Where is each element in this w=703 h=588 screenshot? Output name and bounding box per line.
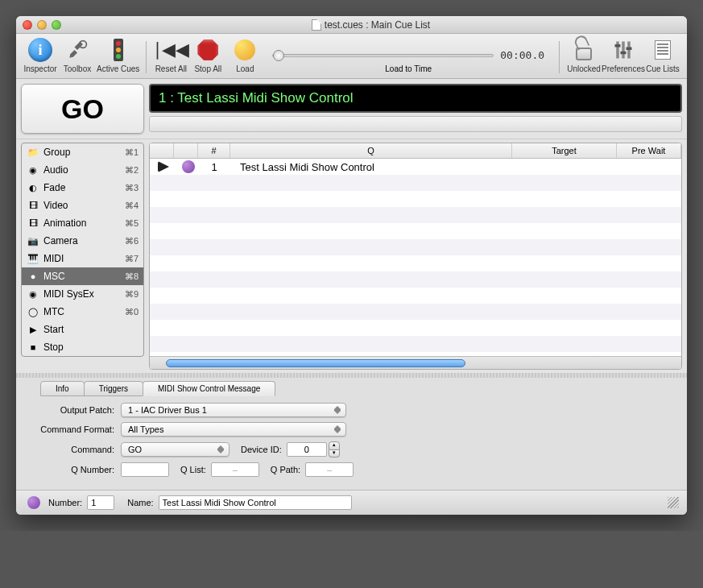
sidebar-shortcut: ⌘2 [125, 165, 139, 176]
sidebar-item-mtc[interactable]: ◯MTC⌘0 [22, 303, 143, 321]
footer-name-label: Name: [127, 498, 153, 507]
footer-number-input[interactable] [87, 495, 114, 510]
sidebar-item-stop[interactable]: ■Stop [22, 338, 143, 356]
inspector-button[interactable]: i Inspector [23, 37, 58, 73]
sidebar-shortcut: ⌘0 [125, 307, 139, 317]
tab-triggers[interactable]: Triggers [84, 381, 143, 396]
sidebar-item-label: Stop [43, 342, 139, 353]
cue-lists-button[interactable]: Cue Lists [645, 37, 680, 73]
reset-all-button[interactable]: ∣◀◀ Reset All [153, 37, 188, 73]
horizontal-scrollbar[interactable] [150, 356, 681, 369]
sidebar-item-label: Video [43, 200, 125, 211]
col-pre-wait[interactable]: Pre Wait [617, 143, 681, 158]
zoom-button[interactable] [52, 20, 61, 30]
cell-number: 1 [198, 159, 230, 176]
footer-number-label: Number: [48, 498, 82, 507]
resize-grip[interactable] [668, 497, 679, 508]
svg-rect-5 [616, 42, 619, 59]
sidebar-item-msc[interactable]: ●MSC⌘8 [22, 267, 143, 285]
tab-info[interactable]: Info [40, 381, 85, 396]
time-slider[interactable] [272, 54, 494, 57]
preferences-button[interactable]: Preferences [602, 37, 645, 73]
scrollbar-thumb[interactable] [166, 359, 465, 367]
cue-type-icon: ● [27, 270, 39, 283]
list-icon [655, 40, 671, 60]
col-number[interactable]: # [198, 143, 230, 158]
sidebar-item-label: Fade [43, 182, 125, 193]
sidebar-item-label: Animation [43, 217, 125, 229]
minimize-button[interactable] [37, 20, 47, 30]
sidebar-item-start[interactable]: ▶Start [22, 321, 143, 338]
table-row[interactable]: 1Test Lassi Midi Show Control [150, 159, 681, 175]
sidebar-item-label: MSC [43, 271, 125, 282]
unlocked-button[interactable]: Unlocked [566, 37, 602, 73]
cue-type-icon: 🎞 [27, 217, 39, 230]
sidebar-item-midi-sysex[interactable]: ◉MIDI SysEx⌘9 [22, 285, 143, 303]
table-body[interactable]: 1Test Lassi Midi Show Control [150, 159, 681, 356]
command-label: Command: [24, 445, 121, 454]
col-type[interactable] [174, 143, 198, 158]
cue-type-icon: ■ [27, 341, 39, 354]
sidebar-item-label: MIDI [43, 253, 125, 264]
rewind-icon: ∣◀◀ [158, 37, 184, 63]
slider-thumb[interactable] [273, 50, 284, 61]
footer-name-input[interactable] [159, 495, 352, 510]
q-path-input[interactable] [305, 462, 354, 477]
cue-type-icon: ◯ [27, 305, 39, 318]
command-format-dropdown[interactable]: All Types [121, 422, 346, 437]
sidebar-item-camera[interactable]: 📷Camera⌘6 [22, 232, 143, 250]
toolbox-button[interactable]: Toolbox [60, 37, 95, 73]
sidebar-item-audio[interactable]: ◉Audio⌘2 [22, 161, 143, 179]
unlock-icon [576, 48, 592, 60]
load-to-time-label: Load to Time [385, 64, 432, 73]
sidebar-shortcut: ⌘5 [125, 218, 139, 229]
tab-msc[interactable]: MIDI Show Control Message [143, 381, 275, 396]
sidebar: 📁Group⌘1◉Audio⌘2◐Fade⌘3🎞Video⌘4🎞Animatio… [16, 139, 149, 373]
separator [146, 41, 147, 73]
sidebar-item-group[interactable]: 📁Group⌘1 [22, 143, 143, 161]
q-path-label: Q Path: [271, 465, 300, 474]
svg-point-3 [116, 48, 121, 52]
sidebar-item-animation[interactable]: 🎞Animation⌘5 [22, 214, 143, 232]
cue-type-icon: ◉ [27, 164, 39, 176]
load-to-time-group: 00:00.0 Load to Time [264, 49, 552, 73]
command-dropdown[interactable]: GO [121, 442, 230, 457]
sidebar-item-video[interactable]: 🎞Video⌘4 [22, 197, 143, 214]
q-number-label: Q Number: [24, 465, 121, 474]
col-q[interactable]: Q [230, 143, 512, 158]
cue-type-icon: 🎹 [27, 252, 39, 265]
cue-type-icon: 🎞 [27, 199, 39, 212]
wrench-icon [64, 37, 90, 63]
sidebar-item-label: Audio [43, 164, 125, 176]
col-target[interactable]: Target [512, 143, 617, 158]
current-cue-display: 1 : Test Lassi Midi Show Control [149, 84, 682, 113]
output-patch-dropdown[interactable]: 1 - IAC Driver Bus 1 [121, 403, 346, 417]
time-display: 00:00.0 [500, 49, 544, 61]
sidebar-item-midi[interactable]: 🎹MIDI⌘7 [22, 250, 143, 267]
sidebar-shortcut: ⌘7 [125, 254, 139, 264]
sidebar-shortcut: ⌘3 [125, 183, 139, 193]
col-flag[interactable] [150, 143, 174, 158]
load-button[interactable]: Load [227, 37, 263, 73]
q-list-input[interactable] [211, 462, 259, 477]
svg-point-4 [116, 54, 121, 59]
device-id-stepper[interactable]: ▲▼ [329, 441, 340, 458]
go-button[interactable]: GO [21, 84, 144, 134]
cell-pre-wait [617, 164, 681, 169]
active-cues-button[interactable]: Active Cues [97, 37, 139, 73]
cue-table: # Q Target Pre Wait 1Test Lassi Midi Sho… [149, 143, 682, 370]
q-number-input[interactable] [121, 462, 169, 477]
traffic-light-icon [105, 37, 131, 63]
output-patch-label: Output Patch: [24, 405, 121, 415]
sidebar-item-label: MIDI SysEx [43, 288, 125, 300]
cue-type-icon: ◐ [27, 181, 39, 194]
sidebar-item-fade[interactable]: ◐Fade⌘3 [22, 179, 143, 197]
q-list-label: Q List: [180, 465, 206, 474]
cue-type-icon: 📷 [27, 234, 39, 247]
sidebar-item-label: Group [43, 147, 125, 158]
stop-all-button[interactable]: Stop All [190, 37, 225, 73]
cue-type-icon: ◉ [27, 288, 39, 300]
close-button[interactable] [23, 20, 32, 30]
cell-q: Test Lassi Midi Show Control [230, 159, 512, 176]
device-id-input[interactable] [287, 442, 327, 457]
